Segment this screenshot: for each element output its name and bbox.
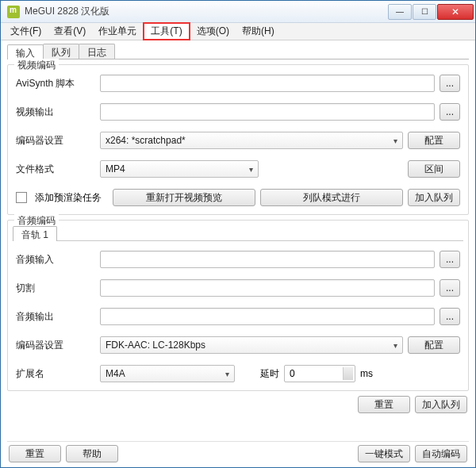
audio-output-field[interactable]: [100, 308, 435, 325]
reset-button[interactable]: 重置: [9, 445, 61, 462]
video-group: 视频编码 AviSynth 脚本 ... 视频输出 ... 编码器设置 x264…: [7, 64, 469, 215]
audio-output-label: 音频输出: [16, 310, 95, 324]
audio-encoder-value: FDK-AAC: LC-128Kbps: [106, 339, 205, 351]
prerender-checkbox[interactable]: [16, 192, 27, 203]
bottom-footer: 重置 帮助 一键模式 自动编码: [7, 441, 469, 462]
avisynth-label: AviSynth 脚本: [16, 77, 95, 90]
audio-input-field[interactable]: [100, 251, 435, 268]
audio-ext-combo[interactable]: M4A: [100, 365, 235, 382]
tab-queue[interactable]: 队列: [43, 44, 79, 59]
video-output-browse-button[interactable]: ...: [440, 103, 460, 121]
menu-view[interactable]: 查看(V): [48, 23, 92, 40]
range-button[interactable]: 区间: [408, 160, 460, 178]
audio-ext-label: 扩展名: [16, 367, 95, 381]
file-format-label: 文件格式: [16, 163, 95, 176]
video-enqueue-button[interactable]: 加入队列: [408, 189, 460, 206]
menu-options[interactable]: 选项(O): [190, 23, 236, 40]
video-encoder-combo[interactable]: x264: *scratchpad*: [100, 132, 403, 149]
audio-reset-button[interactable]: 重置: [358, 396, 410, 413]
video-output-input[interactable]: [100, 103, 435, 121]
prerender-label: 添加预渲染任务: [35, 191, 108, 205]
titlebar[interactable]: MeGUI 2828 汉化版 — ☐ ✕: [1, 1, 475, 23]
avisynth-input[interactable]: [100, 75, 435, 92]
audio-config-button[interactable]: 配置: [408, 336, 460, 354]
menu-file[interactable]: 文件(F): [4, 23, 48, 40]
autoencode-button[interactable]: 自动编码: [415, 445, 467, 462]
maximize-button[interactable]: ☐: [413, 4, 436, 20]
menu-tools[interactable]: 工具(T): [143, 22, 190, 40]
delay-spinner[interactable]: 0: [284, 365, 355, 382]
minimize-button[interactable]: —: [388, 4, 412, 20]
audio-footer: 重置 加入队列: [7, 396, 469, 413]
audio-cut-label: 切割: [16, 282, 95, 295]
delay-unit: ms: [360, 368, 373, 379]
audio-cut-field[interactable]: [100, 279, 435, 297]
main-tabs: 输入 队列 日志: [7, 44, 469, 59]
app-icon: [7, 6, 20, 18]
avisynth-browse-button[interactable]: ...: [440, 75, 460, 92]
reopen-preview-button[interactable]: 重新打开视频预览: [113, 189, 255, 206]
audio-input-label: 音频输入: [16, 253, 95, 267]
app-window: MeGUI 2828 汉化版 — ☐ ✕ 文件(F) 查看(V) 作业单元 工具…: [0, 0, 476, 468]
audio-ext-value: M4A: [106, 368, 125, 379]
audio-encoder-label: 编码器设置: [16, 339, 95, 352]
video-config-button[interactable]: 配置: [408, 132, 460, 149]
delay-value: 0: [290, 368, 295, 379]
file-format-value: MP4: [106, 163, 125, 175]
menu-help[interactable]: 帮助(H): [236, 23, 281, 40]
video-output-label: 视频输出: [16, 105, 95, 119]
close-button[interactable]: ✕: [437, 4, 474, 20]
menubar: 文件(F) 查看(V) 作业单元 工具(T) 选项(O) 帮助(H): [1, 23, 475, 40]
tab-input[interactable]: 输入: [7, 44, 44, 59]
tab-log[interactable]: 日志: [79, 44, 115, 59]
menu-workunit[interactable]: 作业单元: [92, 23, 143, 40]
audio-output-browse-button[interactable]: ...: [440, 308, 460, 325]
audio-encoder-combo[interactable]: FDK-AAC: LC-128Kbps: [100, 336, 403, 354]
window-title: MeGUI 2828 汉化版: [25, 5, 388, 18]
content-area: 输入 队列 日志 视频编码 AviSynth 脚本 ... 视频输出 ... 编…: [1, 40, 475, 467]
audio-cut-browse-button[interactable]: ...: [440, 279, 460, 297]
help-button[interactable]: 帮助: [66, 445, 118, 462]
audio-group: 音频编码 音轨 1 音频输入 ... 切割 ... 音频输出 ... 编码器设置: [7, 220, 469, 391]
queue-mode-button[interactable]: 列队模式进行: [260, 189, 403, 206]
video-group-title: 视频编码: [14, 59, 59, 72]
audio-track-tabs: 音轨 1: [13, 225, 463, 241]
oneclick-button[interactable]: 一键模式: [358, 445, 410, 462]
file-format-combo[interactable]: MP4: [100, 160, 259, 178]
delay-label: 延时: [260, 367, 279, 381]
video-encoder-value: x264: *scratchpad*: [106, 135, 186, 146]
audio-input-browse-button[interactable]: ...: [440, 251, 460, 268]
audio-track-tab-1[interactable]: 音轨 1: [13, 226, 57, 241]
audio-enqueue-button[interactable]: 加入队列: [415, 396, 467, 413]
video-encoder-label: 编码器设置: [16, 134, 95, 148]
